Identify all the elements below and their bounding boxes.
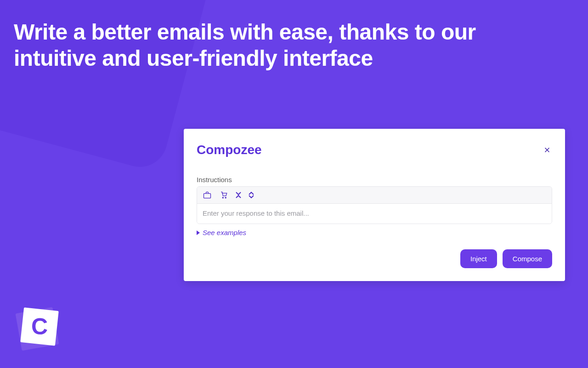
instructions-label: Instructions [197,176,552,184]
inject-button[interactable]: Inject [460,249,497,268]
svg-point-2 [225,197,226,198]
card-header: Compozee [197,143,552,157]
collapse-toggle[interactable] [236,192,241,198]
brand-logo: C [16,305,62,351]
svg-rect-0 [204,194,211,198]
expand-toggle[interactable] [249,192,254,198]
compose-button[interactable]: Compose [503,249,552,268]
compose-card: Compozee Instructions See exampl [184,129,565,281]
close-button[interactable] [542,145,552,155]
close-icon [543,146,551,154]
formatting-toolbar [197,187,552,204]
logo-letter: C [31,313,48,340]
logo-front-tile: C [20,307,59,346]
instruction-input-group [197,186,552,224]
hero-headline: Write a better emails with ease, thanks … [14,19,560,71]
see-examples-toggle[interactable]: See examples [197,229,552,236]
card-title: Compozee [197,143,262,157]
cart-icon[interactable] [219,190,228,200]
disclosure-triangle-icon [197,230,200,235]
action-row: Inject Compose [197,249,552,268]
see-examples-label: See examples [203,229,246,236]
briefcase-icon[interactable] [203,190,212,200]
svg-point-1 [222,197,223,198]
response-input[interactable] [197,204,552,224]
